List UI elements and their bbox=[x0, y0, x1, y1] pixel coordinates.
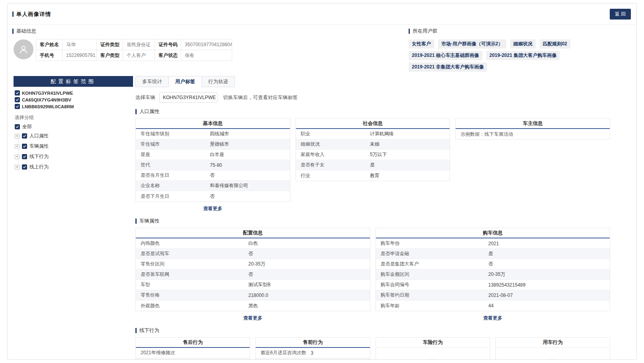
row-value: 否 bbox=[210, 172, 285, 179]
user-group-tag: 女性客户 bbox=[409, 39, 434, 49]
table-row: 婚姻状况未婚 bbox=[296, 139, 450, 150]
data-table: 车主信息示例数据：线下车展活动 bbox=[455, 118, 610, 140]
table-row: 世代75-80 bbox=[136, 160, 290, 170]
row-label: 购车年份 bbox=[381, 240, 488, 247]
row-label: 购车金额区间 bbox=[381, 271, 488, 278]
user-groups-title: 所在用户群 bbox=[413, 28, 438, 35]
table-row: 是否下月生日否 bbox=[136, 191, 290, 201]
configure-tag-scope-button[interactable]: 配置标签范围 bbox=[14, 76, 133, 87]
customer-field-value: 个人客户 bbox=[123, 50, 155, 61]
expand-plus-icon[interactable]: + bbox=[15, 165, 20, 170]
attribute-section: 线下行为售后行为2021年维修频次测试-金额售前行为最近6月进店咨询次数3最近1… bbox=[135, 327, 610, 360]
row-value: 四线城市 bbox=[210, 131, 285, 137]
checkbox-checked-icon[interactable] bbox=[22, 133, 27, 139]
customer-field-value: 保有 bbox=[181, 50, 232, 61]
checkbox-checked-icon[interactable] bbox=[22, 144, 27, 149]
view-more-link[interactable]: 查看更多 bbox=[243, 315, 262, 321]
row-value: 是 bbox=[370, 162, 445, 168]
section-tables-row: 配置信息内饰颜色白色是否是试驾车否零售价区间20-35万是否装车联网否车型测试车… bbox=[135, 228, 610, 322]
table-block: 用车行为暂无数据 bbox=[495, 337, 610, 360]
table-row: 购车年龄44 bbox=[376, 301, 610, 311]
table-title: 售前行为 bbox=[256, 338, 370, 348]
data-table: 售前行为最近6月进店咨询次数3最近1月试驾次数最近12月平均到店人数3.3333… bbox=[255, 337, 370, 360]
vehicle-select[interactable]: KOHN7G3YR41IVLPWE bbox=[159, 92, 217, 103]
row-value: 20-35万 bbox=[488, 271, 605, 278]
vin-checkbox-item[interactable]: CA65QIX7YG4N9H3BV bbox=[15, 97, 71, 102]
section-accent-bar bbox=[12, 29, 14, 34]
table-row: 测试-金额 bbox=[136, 358, 250, 360]
table-row: 企业名称和泰传媒有限公司 bbox=[136, 181, 290, 191]
tree-item-label: 线上行为 bbox=[29, 164, 49, 170]
vin-checkbox-item[interactable]: LNBB6S929WL0CA8RM bbox=[15, 104, 74, 109]
tab-item[interactable]: 多车统计 bbox=[135, 76, 169, 87]
checkbox-checked-icon[interactable] bbox=[15, 90, 20, 96]
row-value: 是 bbox=[488, 250, 605, 257]
tag-scope-sidebar: 配置标签范围 KOHN7G3YR41IVLPWECA65QIX7YG4N9H3B… bbox=[14, 76, 133, 360]
tab-item[interactable]: 用户标签 bbox=[168, 76, 202, 87]
back-button[interactable]: 返回 bbox=[610, 9, 631, 20]
table-row: 是否当月生日否 bbox=[136, 170, 290, 181]
tree-item[interactable]: +车辆属性 bbox=[15, 143, 133, 150]
row-value: 否 bbox=[210, 193, 285, 200]
row-label: 是否装车联网 bbox=[141, 271, 248, 278]
table-row: 行业教育 bbox=[296, 170, 450, 181]
page-title-wrap: 单人画像详情 bbox=[12, 11, 51, 18]
checkbox-checked-icon[interactable] bbox=[15, 97, 20, 102]
row-value: 计算机网络 bbox=[370, 131, 445, 137]
table-row: 职业计算机网络 bbox=[296, 129, 450, 139]
table-title: 购车信息 bbox=[376, 228, 610, 238]
section-label-wrap: 车辆属性 bbox=[135, 218, 610, 224]
row-label: 婚姻状况 bbox=[301, 141, 370, 148]
group-all-label: 全部 bbox=[22, 123, 32, 130]
data-table: 配置信息内饰颜色白色是否是试驾车否零售价区间20-35万是否装车联网否车型测试车… bbox=[135, 228, 370, 311]
tab-item[interactable]: 行为轨迹 bbox=[202, 76, 235, 87]
group-tree: +人口属性+车辆属性+线下行为+线上行为 bbox=[14, 133, 133, 170]
tree-connector bbox=[18, 139, 133, 143]
customer-field-label: 客户类型 bbox=[97, 50, 123, 61]
basic-info-section: 基础信息 客户姓名马华证件类型居民身份证证件号码3507001977041288… bbox=[12, 28, 401, 72]
data-table: 购车信息购车年份2021是否申请金融是是否是集团大客户否购车金额区间20-35万… bbox=[376, 228, 611, 311]
section-tables-row: 基本信息常住城市级别四线城市常住城市景德镇市星座白羊座世代75-80是否当月生日… bbox=[135, 118, 610, 212]
vehicle-select-row: 选择车辆 KOHN7G3YR41IVLPWE 切换车辆后，可查看对应车辆标签 bbox=[135, 92, 610, 103]
checkbox-checked-icon[interactable] bbox=[15, 124, 20, 129]
customer-field-label: 客户状态 bbox=[155, 50, 181, 61]
checkbox-checked-icon[interactable] bbox=[22, 164, 27, 170]
table-row: 内饰颜色白色 bbox=[136, 238, 370, 249]
row-label: 职业 bbox=[301, 131, 370, 137]
table-row: 星座白羊座 bbox=[136, 150, 290, 160]
user-groups-label-wrap: 所在用户群 bbox=[409, 28, 629, 35]
vin-checkbox-item[interactable]: KOHN7G3YR41IVLPWE bbox=[15, 90, 73, 96]
customer-field-value: 居民身份证 bbox=[123, 39, 155, 50]
row-label: 世代 bbox=[141, 162, 210, 168]
row-value: 白色 bbox=[248, 240, 365, 247]
row-value: 否 bbox=[248, 271, 365, 278]
view-more-link[interactable]: 查看更多 bbox=[203, 206, 222, 211]
table-row: 是否装车联网否 bbox=[136, 269, 370, 280]
data-table: 社会信息职业计算机网络婚姻状况未婚家庭年收入5万以下是否有子女是行业教育 bbox=[296, 118, 450, 181]
row-label: 行业 bbox=[301, 172, 370, 179]
row-value: 20-35万 bbox=[248, 261, 365, 267]
table-block: 配置信息内饰颜色白色是否是试驾车否零售价区间20-35万是否装车联网否车型测试车… bbox=[135, 228, 370, 322]
checkbox-checked-icon[interactable] bbox=[22, 154, 27, 159]
row-label: 常住城市 bbox=[141, 141, 210, 148]
table-block: 售前行为最近6月进店咨询次数3最近1月试驾次数最近12月平均到店人数3.3333… bbox=[255, 337, 370, 360]
table-row: 是否有子女是 bbox=[296, 160, 450, 170]
group-all-checkbox[interactable]: 全部 bbox=[14, 123, 133, 130]
expand-plus-icon[interactable]: + bbox=[15, 144, 20, 149]
view-more-link[interactable]: 查看更多 bbox=[483, 315, 502, 321]
row-value: 44 bbox=[488, 303, 605, 308]
tree-item[interactable]: +人口属性 bbox=[15, 133, 133, 139]
checkbox-checked-icon[interactable] bbox=[15, 104, 20, 109]
table-block: 车主信息示例数据：线下车展活动 bbox=[455, 118, 610, 140]
expand-plus-icon[interactable]: + bbox=[15, 154, 20, 159]
expand-plus-icon[interactable]: + bbox=[15, 134, 20, 139]
user-group-tag-list: 女性客户市场-用户群画像（可演示2）婚姻状况匹配规则022019-2021 核心… bbox=[409, 39, 629, 72]
vehicle-select-value: KOHN7G3YR41IVLPWE bbox=[163, 95, 216, 100]
tree-item[interactable]: +线上行为 bbox=[15, 164, 133, 170]
row-label: 购车合同编号 bbox=[381, 281, 488, 288]
tree-item[interactable]: +线下行为 bbox=[15, 153, 133, 160]
customer-info-table: 客户姓名马华证件类型居民身份证证件号码350700197704128804手机号… bbox=[36, 39, 232, 61]
portrait-detail-card: 单人画像详情 返回 基础信息 客户姓名马华证件类型居民身份证证件号码350700… bbox=[7, 3, 637, 360]
row-label: 车型 bbox=[141, 281, 248, 288]
page-header: 单人画像详情 返回 bbox=[8, 4, 636, 25]
